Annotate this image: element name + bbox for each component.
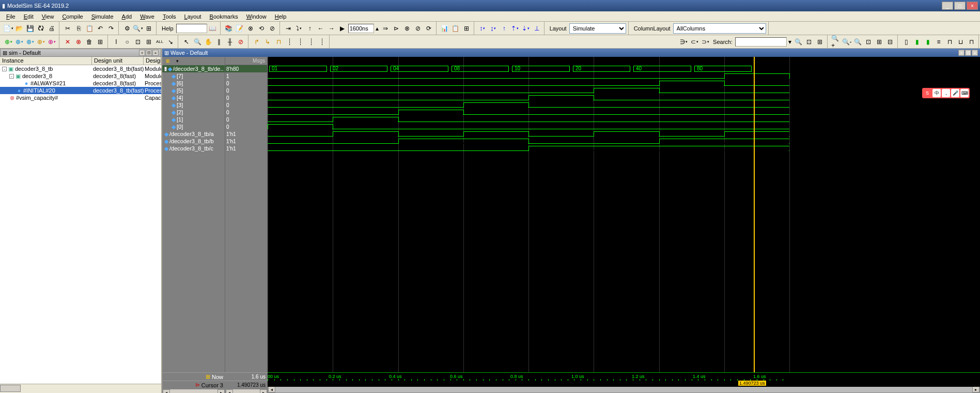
cut-button[interactable]: ✂ [63, 23, 73, 34]
zoom-in-button[interactable]: 🔍+ [831, 37, 841, 47]
copy-button[interactable]: ⎘ [73, 23, 84, 34]
redo-button[interactable]: ↷ [106, 23, 116, 34]
wave-signal-row[interactable]: ◆[6] [162, 80, 225, 87]
collapse-button[interactable]: ⊃ [700, 37, 710, 47]
wave-signal-row[interactable]: -◆/decoder3_8_tb/de... [162, 65, 225, 72]
menu-bookmarks[interactable]: Bookmarks [206, 12, 242, 21]
add-wave-button[interactable]: ⊕ [3, 37, 13, 47]
ime-logo-icon[interactable]: S [923, 89, 931, 97]
compile-button[interactable]: ⚙ [122, 23, 132, 34]
wave-signal-row[interactable]: ◆[5] [162, 87, 225, 94]
runtime-input[interactable] [348, 24, 374, 33]
help-input[interactable] [176, 24, 207, 33]
add-list-button[interactable]: ⊕ [14, 37, 24, 47]
sig-2[interactable]: ↳ [262, 37, 273, 47]
menu-edit[interactable]: Edit [20, 12, 38, 21]
open-button[interactable]: 📂 [14, 23, 24, 34]
cursor-flag[interactable]: 1.490723 us [738, 381, 766, 386]
sig-6[interactable]: ┊ [306, 37, 316, 47]
edge-prev-button[interactable]: ⇡ [510, 23, 520, 34]
sig-3[interactable]: ⊓ [273, 37, 284, 47]
sim-col-designunit[interactable]: Design unit [92, 57, 144, 65]
wave-names-icon[interactable]: ⊞ [164, 57, 172, 65]
wave-signal-row[interactable]: ◆[4] [162, 94, 225, 101]
wave-signal-row[interactable]: ◆[1] [162, 116, 225, 123]
tree-row[interactable]: -▣decoder3_8_tbdecoder3_8_tb(fast)Module [0, 65, 161, 72]
restart-button[interactable]: ⟲ [256, 23, 267, 34]
wave-values-hscroll[interactable]: ◂▸ [225, 389, 268, 393]
wave-signal-row[interactable]: ◆[0] [162, 123, 225, 130]
undo-button[interactable]: ↶ [95, 23, 105, 34]
zoom-fit-button[interactable]: ⊟ [885, 37, 895, 47]
wave-signal-row[interactable]: ◆/decoder3_8_tb/a [162, 130, 225, 138]
wave-signal-row[interactable]: ◆/decoder3_8_tb/c [162, 145, 225, 152]
wave-panel-close[interactable]: × [972, 50, 978, 56]
ruler-tool[interactable]: ∥ [214, 37, 224, 47]
clear-button[interactable]: 🗑 [84, 37, 95, 47]
reload-button[interactable]: 🗘 [36, 23, 46, 34]
menu-simulate[interactable]: Simulate [87, 12, 118, 21]
bus-toggle[interactable]: - [164, 67, 167, 71]
sim-hscroll[interactable] [0, 384, 161, 393]
wave-plot-hscroll[interactable]: ◂▸ [268, 386, 980, 393]
help-go-button[interactable]: 📖 [208, 23, 218, 34]
search-highlight[interactable]: ⊡ [804, 37, 814, 47]
sim-tree[interactable]: -▣decoder3_8_tbdecoder3_8_tb(fast)Module… [0, 65, 161, 384]
add-dataflow-button[interactable]: ⊕ [36, 37, 46, 47]
sig-4[interactable]: ┊ [284, 37, 294, 47]
cursor-prev-button[interactable]: ↕ [477, 23, 488, 34]
contains-button[interactable]: ∋ [678, 37, 689, 47]
wv-5[interactable]: ⊓ [944, 37, 955, 47]
print-button[interactable]: 🖨 [46, 23, 57, 34]
paste-button[interactable]: 📋 [84, 23, 95, 34]
edge-next-button[interactable]: ⇣ [521, 23, 531, 34]
menu-file[interactable]: File [2, 12, 20, 21]
columnlayout-select[interactable]: AllColumns [673, 23, 766, 34]
tb-2[interactable]: ○ [122, 37, 132, 47]
zoom-cursor-button[interactable]: ⊡ [863, 37, 874, 47]
menu-add[interactable]: Add [118, 12, 136, 21]
wave-signal-row[interactable]: ◆[3] [162, 101, 225, 109]
wave-panel-plus[interactable]: + [958, 50, 965, 56]
step-up-button[interactable]: ↑ [305, 23, 315, 34]
wave-names-dd[interactable]: ▾ [174, 57, 181, 65]
search-input[interactable] [735, 37, 787, 47]
select-tool[interactable]: ↖ [181, 37, 192, 47]
ime-button[interactable]: ， [942, 89, 950, 97]
tree-toggle[interactable]: - [9, 74, 14, 79]
tree-row[interactable]: ●#ALWAYS#21decoder3_8(fast)Process [0, 80, 161, 87]
tb-3[interactable]: ⊡ [133, 37, 143, 47]
step-over-button[interactable]: ⤵ [294, 23, 304, 34]
continue-button[interactable]: ⊳ [391, 23, 401, 34]
add-watch-button[interactable]: ⊕ [46, 37, 57, 47]
save-button[interactable]: 💾 [25, 23, 35, 34]
tree-row[interactable]: ⊗#vsim_capacity#Capacit [0, 94, 161, 101]
wv-3[interactable]: ▮ [923, 37, 933, 47]
wave-add-button[interactable]: 📊 [440, 23, 450, 34]
layout-select[interactable]: Simulate [569, 23, 626, 34]
zoom-out-button[interactable]: 🔍- [842, 37, 852, 47]
add-log-button[interactable]: ⊕ [25, 37, 35, 47]
menu-layout[interactable]: Layout [180, 12, 206, 21]
close-button[interactable]: × [967, 2, 978, 10]
ime-button[interactable]: 中 [932, 89, 941, 97]
remove-all-button[interactable]: ⊗ [73, 37, 84, 47]
sim-col-instance[interactable]: Instance [0, 57, 92, 65]
run-button[interactable]: ▶ [337, 23, 348, 34]
wave-log-button[interactable]: 📋 [450, 23, 461, 34]
dataflow-icon[interactable]: ⊞ [95, 37, 105, 47]
restart-sim-button[interactable]: ⟳ [424, 23, 434, 34]
sig-1[interactable]: ↱ [252, 37, 262, 47]
step-left-button[interactable]: ← [316, 23, 326, 34]
tb-arrow[interactable]: ↘ [165, 37, 176, 47]
search-opt[interactable]: ⊞ [815, 37, 825, 47]
menu-help[interactable]: Help [271, 12, 291, 21]
tb-4[interactable]: ⊞ [144, 37, 154, 47]
find-button[interactable]: 🔍 [133, 23, 143, 34]
wv-2[interactable]: ▮ [912, 37, 922, 47]
wave-names-hscroll[interactable]: ◂▸ [162, 389, 225, 393]
sim-panel-header[interactable]: ⊞ sim - Default + ⊡ × [0, 49, 161, 57]
tree-row[interactable]: -▣decoder3_8decoder3_8(fast)Module [0, 72, 161, 80]
wave-panel-header[interactable]: ⊞ Wave - Default + ⊡ × [162, 49, 980, 57]
stop-tool[interactable]: ⊘ [236, 37, 246, 47]
